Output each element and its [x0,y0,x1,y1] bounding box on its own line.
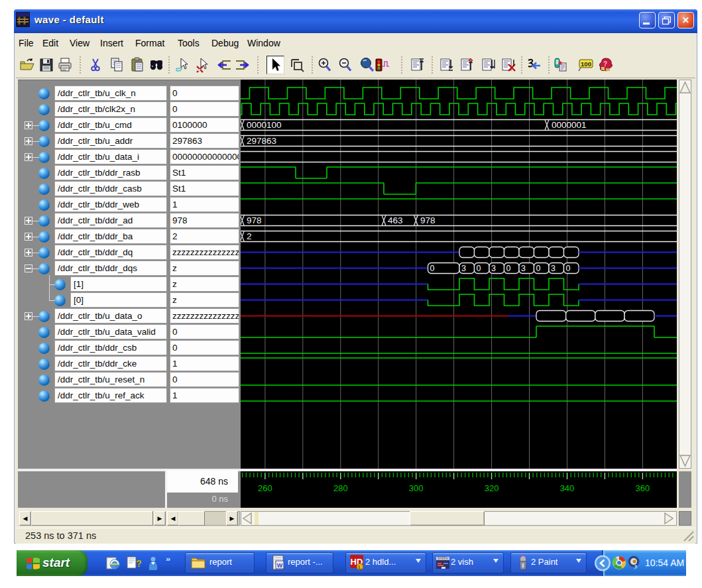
svg-text:260: 260 [258,483,272,493]
svg-text:320: 320 [485,483,499,493]
svg-text:3: 3 [521,264,526,273]
svg-text:978: 978 [247,215,262,225]
svg-text:297863: 297863 [247,136,276,146]
svg-text:2: 2 [247,231,252,241]
svg-text:978: 978 [420,215,436,225]
svg-text:?: ? [136,558,141,569]
svg-text:300: 300 [409,483,424,493]
svg-text:0: 0 [430,264,435,273]
svg-text:340: 340 [560,483,575,493]
svg-text:W: W [277,562,283,569]
svg-text:0: 0 [566,264,571,273]
svg-text:0000001: 0000001 [552,120,587,130]
svg-text:280: 280 [333,483,348,493]
svg-text:0: 0 [536,264,541,273]
svg-text:0: 0 [477,264,481,273]
svg-text:3: 3 [461,264,466,273]
svg-text:360: 360 [636,483,650,493]
svg-text:3: 3 [551,264,556,273]
svg-text:100: 100 [581,60,591,68]
svg-text:3: 3 [491,264,496,273]
svg-text:?: ? [603,60,607,68]
svg-text:0: 0 [506,264,511,273]
svg-text:L: L [358,564,361,571]
svg-text:0000100: 0000100 [247,120,282,130]
svg-text:SYSTm: SYSTm [438,557,448,560]
svg-text:463: 463 [388,215,403,225]
